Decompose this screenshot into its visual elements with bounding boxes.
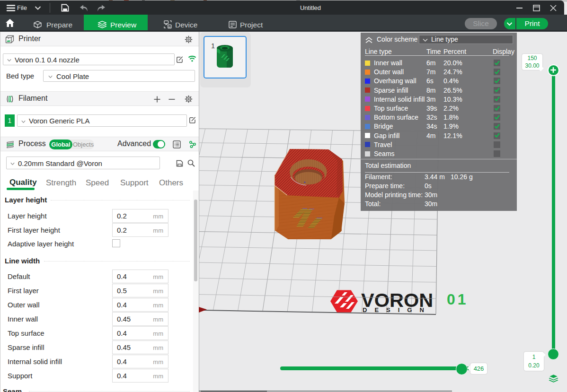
svg-text:DESIGN: DESIGN [363, 306, 432, 314]
svg-text:01: 01 [447, 291, 469, 308]
